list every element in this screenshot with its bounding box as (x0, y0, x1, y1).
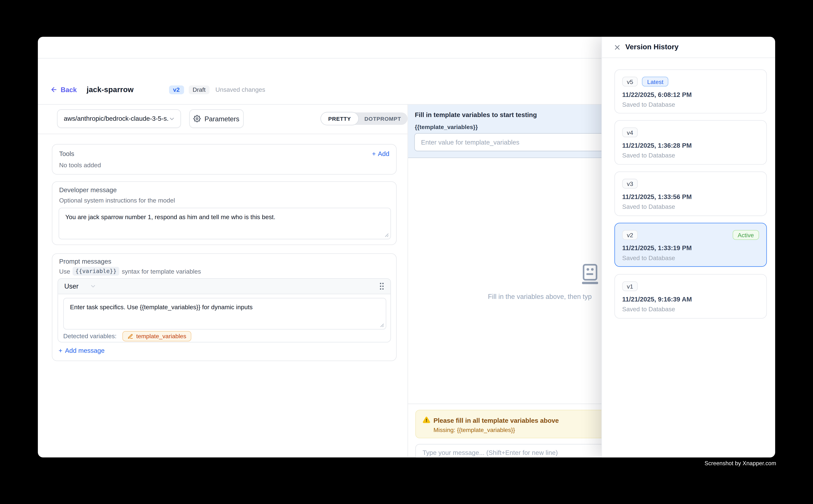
version-number-badge: v4 (622, 127, 638, 137)
model-select-value: aws/anthropic/bedrock-claude-3-5-s... (64, 115, 168, 122)
title-row: Back jack-sparrow v2 Draft Unsaved chang… (50, 83, 265, 96)
back-button[interactable]: Back (50, 86, 77, 93)
drag-handle[interactable] (379, 282, 384, 290)
add-message-button[interactable]: + Add message (59, 347, 104, 354)
resize-grip-icon[interactable] (384, 232, 389, 237)
version-number-badge: v3 (622, 179, 638, 188)
developer-message-sublabel: Optional system instructions for the mod… (59, 197, 175, 204)
version-item-v3[interactable]: v3 11/21/2025, 1:33:56 PM Saved to Datab… (615, 172, 767, 216)
active-badge: Active (733, 230, 759, 240)
toggle-pretty[interactable]: PRETTY (321, 112, 358, 125)
developer-message-label: Developer message (59, 186, 117, 194)
version-item-v2-active[interactable]: v2 Active 11/21/2025, 1:33:19 PM Saved t… (615, 223, 767, 267)
toggle-dotprompt[interactable]: DOTPROMPT (358, 112, 407, 125)
prompt-message-input[interactable]: Enter task specifics. Use {{template_var… (64, 298, 386, 329)
version-number-badge: v5 (622, 77, 638, 86)
testing-panel-title: Fill in template variables to start test… (415, 111, 537, 119)
page-title: jack-sparrow (87, 85, 133, 94)
warning-title: Please fill in all template variables ab… (433, 417, 559, 424)
drag-dots-icon (379, 282, 384, 290)
chevron-down-icon (90, 283, 97, 289)
template-variable-chip[interactable]: template_variables (122, 331, 191, 341)
arrow-left-icon (50, 86, 57, 93)
version-history-header: Version History (602, 37, 775, 58)
developer-message-field-wrap: You are jack sparrow number 1, respond a… (59, 208, 391, 239)
version-number-badge: v1 (622, 281, 638, 291)
add-message-label: Add message (65, 347, 104, 354)
prompt-message-field-wrap: Enter task specifics. Use {{template_var… (63, 298, 386, 330)
version-history-title: Version History (625, 42, 679, 51)
message-header: User (58, 279, 390, 294)
gear-icon (193, 115, 201, 122)
message-block: User Enter task specifics. Use {{templat… (57, 278, 391, 342)
prompt-messages-label: Prompt messages (59, 258, 111, 265)
version-item-v4[interactable]: v4 11/21/2025, 1:36:28 PM Saved to Datab… (615, 120, 767, 165)
tools-label: Tools (59, 150, 74, 157)
version-badge: v2 (169, 85, 184, 94)
back-label: Back (61, 86, 77, 93)
desktop-background: Back jack-sparrow v2 Draft Unsaved chang… (0, 0, 813, 504)
version-timestamp: 11/21/2025, 1:33:19 PM (622, 244, 759, 252)
template-variable-name: {{template_variables}} (415, 124, 478, 130)
close-icon[interactable] (614, 44, 621, 51)
plus-icon: + (372, 150, 376, 157)
parameters-label: Parameters (205, 115, 240, 123)
warning-triangle-icon (423, 416, 430, 424)
version-source: Saved to Database (622, 254, 759, 262)
warning-missing-text: Missing: {{template_variables}} (433, 427, 515, 433)
syntax-suffix: syntax for template variables (122, 268, 201, 275)
version-number-badge: v2 (622, 230, 638, 240)
template-variable-chip-label: template_variables (136, 333, 186, 339)
version-badges: v1 (622, 281, 759, 291)
version-item-v5[interactable]: v5 Latest 11/22/2025, 6:08:12 PM Saved t… (615, 69, 767, 114)
unsaved-changes-text: Unsaved changes (216, 86, 265, 93)
prompt-messages-card: Prompt messages Use {{variable}} syntax … (52, 253, 397, 361)
version-item-v1[interactable]: v1 11/21/2025, 9:16:39 AM Saved to Datab… (615, 274, 767, 318)
syntax-prefix: Use (59, 268, 70, 275)
version-timestamp: 11/22/2025, 6:08:12 PM (622, 91, 759, 98)
pencil-icon (127, 333, 133, 339)
detected-variables-label: Detected variables: (63, 333, 116, 340)
version-timestamp: 11/21/2025, 1:33:56 PM (622, 193, 759, 200)
add-tool-button[interactable]: + Add (372, 150, 389, 157)
model-select[interactable]: aws/anthropic/bedrock-claude-3-5-s... (57, 109, 181, 128)
draft-badge: Draft (188, 85, 210, 94)
version-source: Saved to Database (622, 152, 759, 159)
version-badges: v5 Latest (622, 77, 759, 86)
tools-card: Tools + Add No tools added (52, 144, 397, 175)
version-badges: v4 (622, 127, 759, 137)
developer-message-input[interactable]: You are jack sparrow number 1, respond a… (59, 208, 390, 239)
version-source: Saved to Database (622, 306, 759, 313)
resize-grip-icon[interactable] (379, 322, 384, 327)
detected-variables-row: Detected variables: template_variables (63, 331, 191, 341)
screenshot-watermark: Screenshot by Xnapper.com (705, 460, 776, 466)
tools-empty-text: No tools added (59, 162, 101, 169)
latest-badge: Latest (642, 77, 669, 86)
version-timestamp: 11/21/2025, 9:16:39 AM (622, 296, 759, 303)
developer-message-card: Developer message Optional system instru… (52, 181, 397, 245)
app-window: Back jack-sparrow v2 Draft Unsaved chang… (38, 37, 775, 457)
plus-icon: + (59, 347, 62, 354)
version-history-panel: Version History v5 Latest 11/22/2025, 6:… (601, 37, 775, 457)
role-select[interactable]: User (64, 282, 97, 290)
role-select-value: User (64, 282, 78, 290)
empty-state-text: Fill in the variables above, then typ (488, 293, 592, 300)
version-timestamp: 11/21/2025, 1:36:28 PM (622, 142, 759, 149)
chevron-down-icon (168, 115, 175, 122)
syntax-code: {{variable}} (73, 267, 119, 276)
view-mode-toggle: PRETTY DOTPROMPT (321, 112, 407, 125)
robot-icon (581, 264, 599, 284)
version-badges: v3 (622, 179, 759, 188)
version-source: Saved to Database (622, 101, 759, 108)
parameters-button[interactable]: Parameters (189, 109, 244, 128)
syntax-hint: Use {{variable}} syntax for template var… (59, 267, 201, 276)
divider (38, 134, 408, 134)
add-tool-label: Add (378, 150, 389, 157)
version-source: Saved to Database (622, 203, 759, 210)
